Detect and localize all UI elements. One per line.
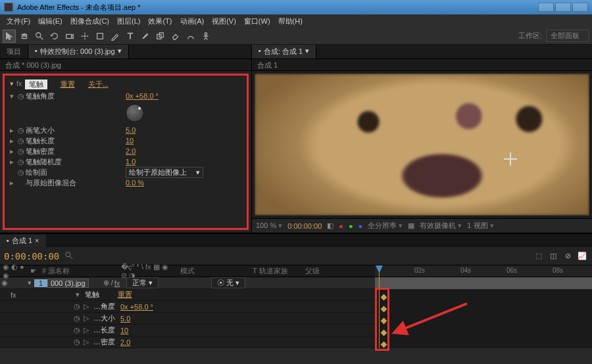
puppet-tool-icon[interactable] [199,30,212,43]
keyframe-icon[interactable] [381,342,387,348]
angle-dial[interactable] [126,104,144,122]
effect-about-link[interactable]: 关于... [88,80,109,89]
brush-tool-icon[interactable] [139,30,152,43]
stopwatch-icon[interactable]: ◷ [72,326,82,335]
menu-view[interactable]: 视图(V) [208,15,240,28]
tab-effect-controls[interactable]: ▪ 特效控制台: 000 (3).jpg ▾ [28,45,129,58]
prop-random-label: 笔触随机度 [26,157,126,167]
prop-row-angle[interactable]: ◷▷…角度0x +58.0 ° [0,301,375,313]
keyframe-icon[interactable] [381,330,387,336]
search-icon[interactable] [64,251,74,262]
camera-dropdown[interactable]: 有效摄像机 [420,221,462,231]
tab-project[interactable]: 项目 [0,45,28,58]
menu-layer[interactable]: 图层(L) [113,15,144,28]
prop-length-value[interactable]: 10 [126,137,134,145]
layer-name[interactable]: 000 (3).jpg [47,279,89,288]
comp-breadcrumb[interactable]: 合成 1 [252,59,592,71]
prop-blend-label: 与原始图像混合 [26,178,126,188]
prop-length-label: 笔触长度 [26,136,126,146]
layer-bar[interactable] [375,277,592,289]
clone-tool-icon[interactable] [154,30,167,43]
views-dropdown[interactable]: 1 视图 [467,221,493,231]
prop-row-size[interactable]: ◷▷…大小5.0 [0,313,375,325]
close-button[interactable] [572,3,588,12]
text-tool-icon[interactable] [124,30,137,43]
keyframe-icon[interactable] [381,306,387,313]
prop-size-value[interactable]: 5.0 [126,126,136,134]
time-ruler[interactable]: 02s 04s 06s 08s [375,265,592,277]
selection-tool-icon[interactable] [3,30,16,43]
anchor-tool-icon[interactable] [78,30,91,43]
menu-file[interactable]: 文件(F) [3,15,34,28]
workspace-dropdown[interactable]: 全部面板 [546,30,589,42]
minimize-button[interactable] [538,3,554,12]
grid-icon[interactable]: ▦ [408,221,414,230]
stopwatch-icon[interactable]: ◷ [72,338,82,347]
composition-viewer[interactable] [255,74,589,216]
timeline-panel: ▪合成 1× 0:00:00:00 ⬚ ◫ ⊘ 📈 ◉ ◐ ● ◉☛# 源名称 … [0,233,592,348]
preview-image [255,74,589,216]
keyframe-icon[interactable] [381,318,387,325]
eye-icon[interactable]: ◉ [0,279,9,288]
comp-icon: ▪ [7,237,9,244]
parent-dropdown[interactable]: ☉ 无 ▾ [211,277,245,288]
menu-edit[interactable]: 编辑(E) [34,15,66,28]
menu-window[interactable]: 窗口(W) [240,15,274,28]
zoom-dropdown[interactable]: 100 % [256,221,282,230]
viewer-time[interactable]: 0:00:00:00 [287,222,322,230]
stopwatch-icon[interactable]: ◷ [16,125,26,135]
current-timecode[interactable]: 0:00:00:00 [4,251,59,262]
timeline-tracks[interactable]: 02s 04s 06s 08s [375,265,592,348]
keyframe-icon[interactable] [381,294,387,301]
timeline-tab[interactable]: ▪合成 1× [0,235,46,247]
stopwatch-icon[interactable]: ◷ [16,136,26,145]
graph-editor-icon[interactable]: 📈 [576,250,588,262]
menu-composition[interactable]: 图像合成(C) [66,15,113,28]
resolution-dropdown[interactable]: 全分辨率 [368,221,403,231]
stopwatch-icon[interactable]: ◷ [16,168,26,177]
stopwatch-icon[interactable]: ◷ [72,302,82,311]
prop-blend-value[interactable]: 0.0 % [126,179,144,187]
roto-tool-icon[interactable] [184,30,197,43]
prop-row-length[interactable]: ◷▷…长度10 [0,325,375,336]
stopwatch-icon[interactable]: ◷ [16,157,26,166]
camera-tool-icon[interactable] [63,30,76,43]
composition-panel: ▪合成: 合成 1▾ 合成 1 100 % 0:00:00:00 ◧ ●●● 全… [251,45,592,233]
effect-row[interactable]: fx▾笔触重置 [0,289,375,301]
prop-random-value[interactable]: 1.0 [126,158,136,166]
prop-paint-dropdown[interactable]: 绘制于原始图像上▾ [126,167,203,178]
snapshot-icon[interactable]: ◧ [327,221,333,230]
prop-density-value[interactable]: 2.0 [126,147,136,155]
motion-blur-icon[interactable]: ⊘ [562,250,574,262]
stopwatch-icon[interactable]: ◷ [16,91,26,101]
hand-tool-icon[interactable] [18,30,31,43]
stopwatch-icon[interactable]: ◷ [16,147,26,156]
keyframe-highlight [375,288,389,351]
maximize-button[interactable] [555,3,571,12]
stopwatch-icon[interactable]: ◷ [72,314,82,323]
tab-composition[interactable]: ▪合成: 合成 1▾ [252,45,316,58]
rotate-tool-icon[interactable] [48,30,61,43]
rect-tool-icon[interactable] [93,30,107,43]
panel-menu-icon[interactable]: ▾ [118,47,122,57]
channel-icon[interactable]: ● [339,222,343,230]
layer-row[interactable]: ◉ ▾1 000 (3).jpg ⊕ / fx 正常 ▾ ☉ 无 ▾ [0,277,375,289]
effect-comp-line: 合成 * 000 (3).jpg [0,59,251,71]
shy-icon[interactable]: ⬚ [533,250,545,262]
prop-angle-value[interactable]: 0x +58.0 ° [126,92,159,100]
menu-effect[interactable]: 效果(T) [144,15,176,28]
frame-blend-icon[interactable]: ◫ [547,250,559,262]
svg-rect-3 [97,33,103,39]
blend-mode-dropdown[interactable]: 正常 ▾ [126,277,159,288]
effect-reset-link[interactable]: 重置 [61,80,75,89]
pen-tool-icon[interactable] [109,30,122,43]
chevron-down-icon[interactable]: ▾ [305,47,309,57]
zoom-tool-icon[interactable] [33,30,46,43]
menu-help[interactable]: 帮助(H) [274,15,307,28]
window-titlebar: Adobe After Effects - 未命名项目.aep * [0,0,592,14]
prop-density-label: 笔触密度 [26,147,126,156]
prop-row-density[interactable]: ◷▷…密度2.0 [0,336,375,348]
effect-name[interactable]: 笔触 [25,80,47,89]
menu-animation[interactable]: 动画(A) [176,15,209,28]
eraser-tool-icon[interactable] [169,30,182,43]
